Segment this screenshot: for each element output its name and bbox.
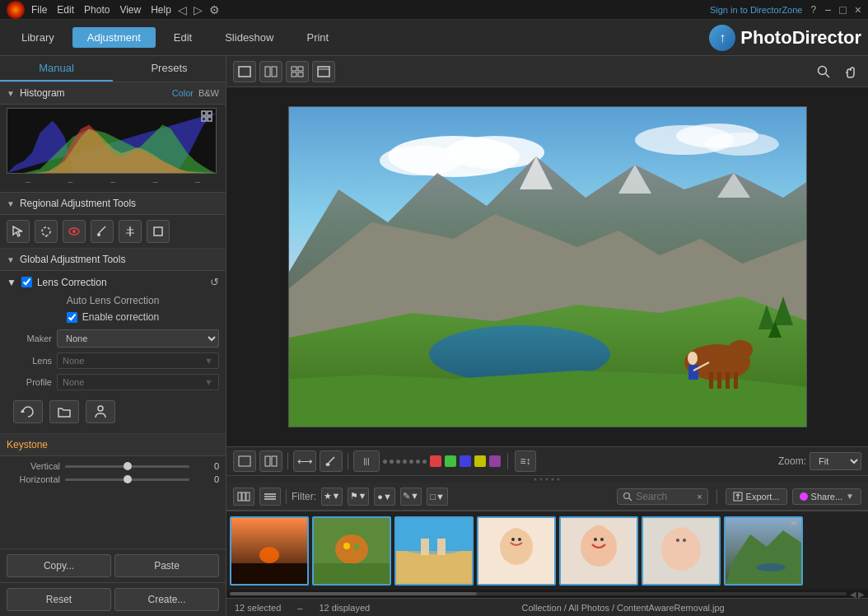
regional-header[interactable]: ▼ Regional Adjustment Tools — [0, 193, 226, 215]
eye-tool-btn[interactable] — [63, 220, 86, 243]
menu-view[interactable]: View — [119, 4, 141, 16]
filter-color-btn[interactable]: ●▼ — [374, 488, 395, 506]
tab-edit[interactable]: Edit — [159, 27, 207, 48]
dot-7[interactable] — [422, 460, 427, 464]
filmstrip-thumb-1[interactable] — [230, 516, 309, 586]
filter-flag-btn[interactable]: ⚑▼ — [348, 488, 369, 506]
adj-btn-2[interactable] — [259, 450, 282, 472]
copy-button[interactable]: Copy... — [7, 554, 111, 577]
search-view-btn[interactable] — [812, 61, 835, 82]
grid-view-btn[interactable] — [286, 61, 309, 82]
color-blue[interactable] — [460, 455, 471, 467]
filmstrip-view-1[interactable] — [233, 488, 254, 506]
share-button[interactable]: Share... ▼ — [792, 488, 861, 505]
adj-btn-brush[interactable] — [320, 450, 343, 472]
color-green[interactable] — [445, 455, 456, 467]
filmstrip-thumb-2[interactable] — [312, 516, 391, 586]
filmstrip-thumb-3[interactable] — [394, 516, 474, 586]
create-button[interactable]: Create... — [114, 588, 219, 611]
search-clear-icon[interactable]: × — [697, 492, 702, 502]
gradient-tool-btn[interactable] — [119, 220, 142, 243]
filter-square-btn[interactable]: □▼ — [427, 488, 448, 506]
selection-tool-btn[interactable] — [7, 220, 30, 243]
menu-file[interactable]: File — [31, 4, 47, 16]
lens-reset-icon[interactable]: ↺ — [210, 276, 219, 288]
adj-btn-1[interactable] — [233, 450, 256, 472]
global-header[interactable]: ▼ Global Adjustment Tools — [0, 249, 226, 271]
sign-in-link[interactable]: Sign in to DirectorZone — [710, 5, 803, 15]
horizontal-thumb[interactable] — [124, 475, 132, 483]
filmstrip[interactable] — [226, 511, 868, 590]
filmstrip-thumb-5[interactable] — [559, 516, 638, 586]
close-btn[interactable]: × — [855, 3, 861, 16]
person-icon-btn[interactable] — [86, 400, 115, 423]
color-red[interactable] — [430, 455, 441, 467]
menu-photo[interactable]: Photo — [84, 4, 110, 16]
export-button[interactable]: Export... — [726, 488, 787, 505]
filter-edit-btn[interactable]: ✎▼ — [400, 488, 422, 506]
dot-3[interactable] — [396, 460, 400, 464]
hist-minus-2[interactable]: – — [68, 176, 72, 186]
scroll-right-btn[interactable]: ▶ — [858, 590, 865, 599]
rect-tool-btn[interactable] — [147, 220, 170, 243]
hist-minus-5[interactable]: – — [195, 176, 200, 186]
lens-expand-arrow[interactable]: ▼ — [7, 277, 16, 288]
refresh-icon-btn[interactable] — [13, 400, 43, 423]
filmstrip-scrollbar-thumb[interactable] — [230, 592, 477, 595]
zoom-select[interactable]: Fit 25% 50% 75% 100% 150% 200% — [810, 452, 861, 470]
color-yellow[interactable] — [474, 455, 486, 467]
fullscreen-btn[interactable] — [312, 61, 335, 82]
dot-2[interactable] — [390, 460, 394, 464]
bw-btn[interactable]: B&W — [198, 88, 219, 98]
hist-minus-3[interactable]: – — [110, 176, 115, 186]
drag-handle[interactable] — [226, 476, 868, 483]
hand-view-btn[interactable] — [838, 61, 861, 82]
settings-icon[interactable]: ⚙ — [209, 3, 220, 16]
back-icon[interactable]: ◁ — [178, 3, 187, 16]
menu-edit[interactable]: Edit — [57, 4, 74, 16]
maximize-btn[interactable]: □ — [839, 3, 846, 16]
search-box[interactable]: × — [617, 488, 707, 505]
scroll-left-btn[interactable]: ◀ — [850, 590, 856, 599]
adj-btn-3[interactable]: ⟷ — [293, 450, 316, 472]
dot-5[interactable] — [409, 460, 413, 464]
dot-1[interactable] — [383, 460, 387, 464]
filmstrip-scrollbar-area[interactable]: ◀ ▶ — [226, 590, 868, 598]
search-input[interactable] — [636, 491, 693, 502]
filmstrip-thumb-4[interactable] — [477, 516, 556, 586]
filmstrip-thumb-7[interactable] — [724, 516, 803, 586]
reset-button[interactable]: Reset — [7, 588, 111, 611]
lasso-tool-btn[interactable] — [35, 220, 58, 243]
compare-view-btn[interactable] — [259, 61, 282, 82]
tab-adjustment[interactable]: Adjustment — [72, 27, 156, 48]
filmstrip-thumb-6[interactable] — [642, 516, 721, 586]
dot-6[interactable] — [416, 460, 420, 464]
histogram-header[interactable]: ▼ Histogram Color B&W — [0, 82, 226, 105]
horizontal-slider[interactable] — [65, 478, 189, 481]
tab-print[interactable]: Print — [292, 27, 343, 48]
enable-correction-checkbox[interactable] — [67, 312, 77, 323]
tab-manual[interactable]: Manual — [0, 56, 113, 82]
single-view-btn[interactable] — [233, 61, 256, 82]
paste-button[interactable]: Paste — [114, 554, 219, 577]
folder-icon-btn[interactable] — [49, 400, 79, 423]
color-btn[interactable]: Color — [172, 88, 194, 98]
vertical-slider[interactable] — [65, 465, 189, 468]
filmstrip-scrollbar-track[interactable] — [230, 592, 847, 595]
histogram-expand-icon[interactable] — [201, 110, 212, 124]
tab-library[interactable]: Library — [7, 27, 69, 48]
tab-presets[interactable]: Presets — [113, 56, 226, 82]
menu-help[interactable]: Help — [151, 4, 171, 16]
filter-star-btn[interactable]: ★▼ — [321, 488, 343, 506]
minimize-btn[interactable]: − — [824, 3, 831, 16]
dot-4[interactable] — [403, 460, 407, 464]
vertical-thumb[interactable] — [124, 462, 132, 470]
maker-select[interactable]: None — [57, 329, 219, 348]
hist-minus-4[interactable]: – — [153, 176, 158, 186]
lens-enabled-checkbox[interactable] — [21, 277, 32, 287]
filmstrip-view-2[interactable] — [259, 488, 281, 506]
help-icon[interactable]: ? — [810, 4, 816, 16]
forward-icon[interactable]: ▷ — [194, 3, 203, 16]
color-purple[interactable] — [489, 455, 501, 467]
hist-minus-1[interactable]: – — [26, 176, 30, 186]
